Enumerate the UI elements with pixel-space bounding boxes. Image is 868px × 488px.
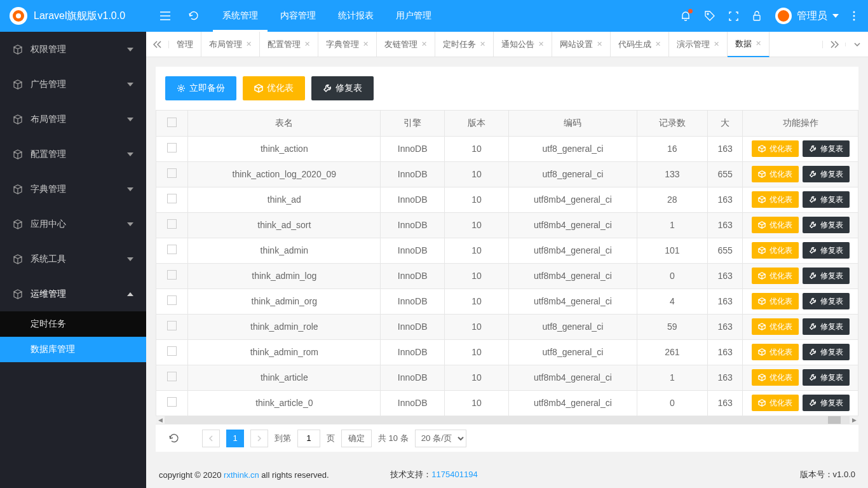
close-icon[interactable]: ✕ bbox=[480, 40, 485, 48]
row-optimize-button[interactable]: 优化表 bbox=[752, 140, 799, 157]
row-checkbox[interactable] bbox=[167, 270, 177, 280]
row-checkbox[interactable] bbox=[167, 245, 177, 254]
topnav-item[interactable]: 统计报表 bbox=[329, 0, 383, 32]
bell-icon[interactable] bbox=[681, 11, 691, 21]
topnav-item[interactable]: 系统管理 bbox=[213, 0, 268, 32]
sidebar-item[interactable]: 配置管理 bbox=[0, 137, 146, 172]
row-repair-button[interactable]: 修复表 bbox=[803, 369, 850, 386]
row-optimize-button[interactable]: 优化表 bbox=[752, 268, 799, 284]
svg-point-6 bbox=[853, 11, 855, 13]
row-optimize-button[interactable]: 优化表 bbox=[752, 166, 799, 182]
row-optimize-button[interactable]: 优化表 bbox=[752, 217, 799, 233]
sidebar-item[interactable]: 布局管理 bbox=[0, 102, 146, 137]
tab[interactable]: 定时任务✕ bbox=[435, 32, 494, 57]
row-checkbox[interactable] bbox=[167, 143, 177, 152]
row-optimize-button[interactable]: 优化表 bbox=[752, 369, 799, 386]
prev-page-button[interactable] bbox=[202, 430, 220, 447]
row-repair-button[interactable]: 修复表 bbox=[803, 191, 850, 208]
scroll-left-arrow[interactable]: ◀ bbox=[156, 416, 165, 424]
close-icon[interactable]: ✕ bbox=[655, 40, 661, 48]
row-checkbox[interactable] bbox=[167, 219, 177, 229]
tab[interactable]: 演示管理✕ bbox=[669, 32, 728, 57]
select-all-checkbox[interactable] bbox=[167, 118, 177, 127]
sidebar-item[interactable]: 应用中心 bbox=[0, 207, 146, 241]
row-optimize-button[interactable]: 优化表 bbox=[752, 242, 799, 259]
menu-toggle-icon[interactable] bbox=[159, 10, 172, 22]
row-repair-button[interactable]: 修复表 bbox=[803, 217, 850, 233]
fullscreen-icon[interactable] bbox=[729, 11, 738, 21]
sidebar-subitem[interactable]: 定时任务 bbox=[0, 311, 146, 337]
copyright-link[interactable]: rxthink.cn bbox=[224, 470, 259, 480]
row-repair-button[interactable]: 修复表 bbox=[803, 344, 850, 360]
row-checkbox[interactable] bbox=[167, 168, 177, 178]
tab[interactable]: 友链管理✕ bbox=[377, 32, 435, 57]
page-1-button[interactable]: 1 bbox=[226, 430, 244, 447]
tab[interactable]: 网站设置✕ bbox=[552, 32, 611, 57]
tab[interactable]: 字典管理✕ bbox=[318, 32, 377, 57]
scroll-thumb[interactable] bbox=[828, 416, 841, 424]
sidebar-item[interactable]: 权限管理 bbox=[0, 32, 146, 67]
close-icon[interactable]: ✕ bbox=[363, 40, 369, 48]
row-optimize-button[interactable]: 优化表 bbox=[752, 318, 799, 335]
repair-button[interactable]: 修复表 bbox=[311, 76, 374, 100]
sidebar-item[interactable]: 字典管理 bbox=[0, 172, 146, 207]
close-icon[interactable]: ✕ bbox=[538, 40, 544, 48]
topnav-item[interactable]: 用户管理 bbox=[386, 0, 441, 32]
logo-icon bbox=[10, 7, 27, 25]
row-optimize-button[interactable]: 优化表 bbox=[752, 191, 799, 208]
close-icon[interactable]: ✕ bbox=[246, 40, 252, 48]
row-checkbox[interactable] bbox=[167, 295, 177, 305]
tab[interactable]: 布局管理✕ bbox=[201, 32, 260, 57]
row-optimize-button[interactable]: 优化表 bbox=[752, 395, 799, 411]
page-input[interactable] bbox=[297, 430, 320, 447]
lock-icon[interactable] bbox=[752, 11, 761, 21]
close-icon[interactable]: ✕ bbox=[714, 40, 719, 48]
close-icon[interactable]: ✕ bbox=[421, 40, 427, 48]
backup-button[interactable]: 立即备份 bbox=[165, 76, 236, 100]
row-repair-button[interactable]: 修复表 bbox=[803, 166, 850, 182]
more-icon[interactable] bbox=[853, 11, 855, 21]
sidebar-subitem[interactable]: 数据库管理 bbox=[0, 337, 146, 362]
close-icon[interactable]: ✕ bbox=[597, 40, 602, 48]
tab[interactable]: 配置管理✕ bbox=[260, 32, 318, 57]
page-size-select[interactable]: 20 条/页 bbox=[415, 430, 466, 447]
refresh-button[interactable] bbox=[165, 430, 183, 447]
support-link[interactable]: 1175401194 bbox=[431, 470, 477, 479]
goto-confirm-button[interactable]: 确定 bbox=[341, 430, 372, 447]
user-menu[interactable]: 管理员 bbox=[775, 8, 839, 24]
tab[interactable]: 数据✕ bbox=[728, 32, 770, 57]
close-icon[interactable]: ✕ bbox=[756, 39, 761, 48]
refresh-icon[interactable] bbox=[187, 10, 200, 22]
table-wrap[interactable]: 表名 引擎 版本 编码 记录数 大 功能操作 think_actionInnoD… bbox=[156, 110, 858, 416]
next-page-button[interactable] bbox=[250, 430, 268, 447]
row-repair-button[interactable]: 修复表 bbox=[803, 318, 850, 335]
tab[interactable]: 通知公告✕ bbox=[494, 32, 552, 57]
sidebar-item[interactable]: 运维管理 bbox=[0, 276, 146, 311]
tab[interactable]: 代码生成✕ bbox=[611, 32, 669, 57]
row-checkbox[interactable] bbox=[167, 321, 177, 330]
row-repair-button[interactable]: 修复表 bbox=[803, 268, 850, 284]
tab[interactable]: 管理 bbox=[169, 32, 201, 57]
row-optimize-button[interactable]: 优化表 bbox=[752, 344, 799, 360]
horizontal-scrollbar[interactable]: ◀ ▶ bbox=[156, 416, 858, 424]
optimize-button[interactable]: 优化表 bbox=[243, 76, 305, 100]
row-checkbox[interactable] bbox=[167, 397, 177, 407]
sidebar-item[interactable]: 广告管理 bbox=[0, 67, 146, 102]
close-icon[interactable]: ✕ bbox=[304, 40, 310, 48]
scroll-right-arrow[interactable]: ▶ bbox=[850, 416, 858, 424]
row-checkbox[interactable] bbox=[167, 194, 177, 203]
row-optimize-button[interactable]: 优化表 bbox=[752, 293, 799, 309]
tab-scroll-right[interactable] bbox=[822, 41, 845, 48]
sidebar-item[interactable]: 系统工具 bbox=[0, 241, 146, 276]
tab-scroll-left[interactable] bbox=[146, 41, 169, 48]
row-checkbox[interactable] bbox=[167, 372, 177, 381]
row-repair-button[interactable]: 修复表 bbox=[803, 395, 850, 411]
row-repair-button[interactable]: 修复表 bbox=[803, 293, 850, 309]
row-repair-button[interactable]: 修复表 bbox=[803, 242, 850, 259]
tag-icon[interactable] bbox=[705, 11, 715, 21]
topnav-item[interactable]: 内容管理 bbox=[271, 0, 325, 32]
tab-menu[interactable] bbox=[845, 43, 868, 46]
row-checkbox[interactable] bbox=[167, 346, 177, 356]
row-repair-button[interactable]: 修复表 bbox=[803, 140, 850, 157]
svg-point-7 bbox=[853, 15, 855, 17]
